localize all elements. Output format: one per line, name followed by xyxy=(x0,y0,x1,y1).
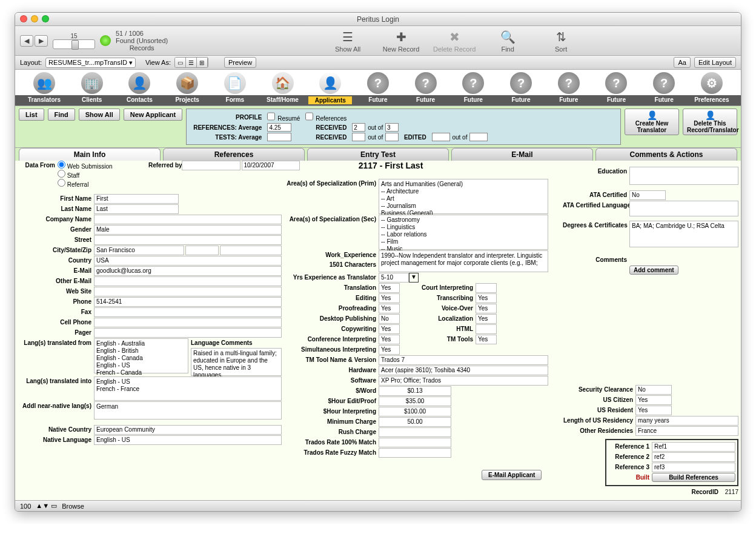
degrees-input[interactable]: BA; MA; Cambridge U.; RSA Celta xyxy=(629,221,738,247)
tab-email[interactable]: E-Mail xyxy=(451,148,593,161)
website-input[interactable] xyxy=(94,287,282,296)
email-input[interactable]: goodluck@lucas.org xyxy=(94,266,282,276)
edited-input[interactable] xyxy=(432,133,450,141)
rate-edit[interactable]: $35.00 xyxy=(379,396,451,406)
tab-entry-test[interactable]: Entry Test xyxy=(307,148,449,161)
new-record-button[interactable]: ✚New Record xyxy=(377,28,425,53)
find-button[interactable]: 🔍Find xyxy=(483,28,532,53)
outof2-input[interactable] xyxy=(385,133,399,141)
data-from-referral[interactable] xyxy=(58,179,65,187)
nav-forms[interactable]: 📄 xyxy=(213,72,257,95)
spec-sec-input[interactable]: -- Gastronomy -- Linguistics -- Labor re… xyxy=(379,215,548,250)
tests-avg-input[interactable] xyxy=(267,133,291,141)
edit-layout-button[interactable]: Edit Layout xyxy=(694,57,736,68)
close-icon[interactable] xyxy=(20,15,27,22)
rate-interp[interactable]: $100.00 xyxy=(379,407,451,416)
layout-select[interactable]: RESUMES_tr...mpTransID ▾ xyxy=(45,58,136,68)
fax-input[interactable] xyxy=(94,307,282,317)
skill-html[interactable] xyxy=(476,324,497,334)
near-native-input[interactable]: German xyxy=(94,401,282,420)
phone-input[interactable]: 514-2541 xyxy=(94,297,282,307)
references-checkbox[interactable] xyxy=(305,112,313,121)
list-button[interactable]: List xyxy=(19,109,44,121)
rate-tradosfuzzy[interactable] xyxy=(379,448,451,458)
minimize-icon[interactable] xyxy=(31,15,38,22)
dropdown-icon[interactable]: ▼ xyxy=(409,273,419,283)
lang-to-input[interactable]: English - US French - France xyxy=(94,376,282,401)
us-len-input[interactable]: many years xyxy=(635,416,738,426)
rate-min[interactable]: 50.00 xyxy=(379,417,451,427)
street-input[interactable] xyxy=(94,235,282,245)
skill-translation[interactable]: Yes xyxy=(379,283,400,293)
nav-clients[interactable]: 🏢 xyxy=(70,72,114,95)
delete-record-button[interactable]: ✖Delete Record xyxy=(430,28,479,53)
text-tool-button[interactable]: Aa xyxy=(674,57,690,68)
ata-lang-input[interactable] xyxy=(629,201,738,216)
outof1-input[interactable] xyxy=(385,123,399,132)
nav-future-1[interactable]: ? xyxy=(356,72,400,95)
nav-future-3[interactable]: ? xyxy=(451,72,495,95)
show-all-button[interactable]: ☰Show All xyxy=(323,28,372,53)
skill-conf-interp[interactable]: Yes xyxy=(379,335,400,344)
email-applicant-button[interactable]: E-Mail Applicant xyxy=(482,470,542,480)
software-input[interactable]: XP Pro; Office; Trados xyxy=(379,376,548,386)
yrs-exp-select[interactable]: 5-10 xyxy=(379,273,409,283)
skill-editing[interactable]: Yes xyxy=(379,293,400,303)
nav-projects[interactable]: 📦 xyxy=(165,72,209,95)
other-res-input[interactable]: France xyxy=(635,426,738,436)
last-name-input[interactable]: Last xyxy=(94,204,179,214)
sec-clear-input[interactable]: No xyxy=(635,385,672,395)
data-from-staff[interactable] xyxy=(58,170,65,178)
build-references-button[interactable]: Build References xyxy=(652,473,735,482)
resume-checkbox[interactable] xyxy=(267,112,275,121)
skill-dtp[interactable]: No xyxy=(379,314,400,324)
ata-input[interactable]: No xyxy=(629,190,666,200)
lang-from-input[interactable]: English - Australia English - British En… xyxy=(94,338,188,373)
skill-transcribing[interactable]: Yes xyxy=(476,293,497,303)
hardware-input[interactable]: Acer (aspire 3610); Toshiba 4340 xyxy=(379,366,548,375)
delete-translator-button[interactable]: 👤Delete This Record/Translator xyxy=(683,109,737,135)
pager-input[interactable] xyxy=(94,328,282,338)
nav-future-2[interactable]: ? xyxy=(404,72,448,95)
show-all-button[interactable]: Show All xyxy=(79,109,120,121)
record-slider[interactable] xyxy=(53,39,95,49)
cell-input[interactable] xyxy=(94,318,282,327)
referred-by-input[interactable] xyxy=(182,161,240,170)
zoom-icon[interactable] xyxy=(42,15,49,22)
city-input[interactable]: San Francisco xyxy=(94,246,184,255)
preview-button[interactable]: Preview xyxy=(224,57,256,68)
country-input[interactable]: USA xyxy=(94,256,282,266)
other-email-input[interactable] xyxy=(94,276,282,286)
spec-prim-input[interactable]: Arts and Humanities (General) -- Archite… xyxy=(379,179,548,214)
nav-translators[interactable]: 👥 xyxy=(22,72,66,95)
rate-trados100[interactable] xyxy=(379,438,451,447)
education-input[interactable] xyxy=(629,167,738,185)
find-button[interactable]: Find xyxy=(48,109,75,121)
view-mode-toggle[interactable]: ▭☰⊞ xyxy=(174,57,208,68)
new-applicant-button[interactable]: New Applicant xyxy=(124,109,182,121)
lang-comments-input[interactable]: Raised in a multi-lingual family; educat… xyxy=(191,348,282,376)
tab-comments[interactable]: Comments & Actions xyxy=(595,148,737,161)
nav-future-7[interactable]: ? xyxy=(642,72,686,95)
work-exp-input[interactable]: 1990--Now Independent translator and int… xyxy=(379,250,548,272)
skill-proofreading[interactable]: Yes xyxy=(379,304,400,313)
received2-input[interactable] xyxy=(352,133,365,141)
nav-future-5[interactable]: ? xyxy=(547,72,591,95)
gender-input[interactable]: Male xyxy=(94,225,282,235)
sort-button[interactable]: ⇅Sort xyxy=(537,28,585,53)
data-from-web[interactable] xyxy=(58,161,65,169)
received1-input[interactable] xyxy=(352,123,365,132)
ref2-input[interactable]: ref2 xyxy=(652,452,735,462)
zip-input[interactable] xyxy=(220,246,282,255)
skill-voiceover[interactable]: Yes xyxy=(476,304,497,313)
prev-record-button[interactable]: ◀ xyxy=(20,35,33,47)
edited-outof-input[interactable] xyxy=(469,133,488,141)
rate-rush[interactable] xyxy=(379,427,451,437)
create-translator-button[interactable]: 👤Create New Translator xyxy=(625,109,679,135)
skill-sim-interp[interactable]: Yes xyxy=(379,345,400,355)
rate-word[interactable]: $0.13 xyxy=(379,386,451,396)
nav-applicants[interactable]: 👤 xyxy=(308,72,352,95)
skill-tmtools[interactable]: Yes xyxy=(476,335,497,344)
us-cit-input[interactable]: Yes xyxy=(635,395,672,405)
native-country-input[interactable]: European Community xyxy=(94,425,282,435)
